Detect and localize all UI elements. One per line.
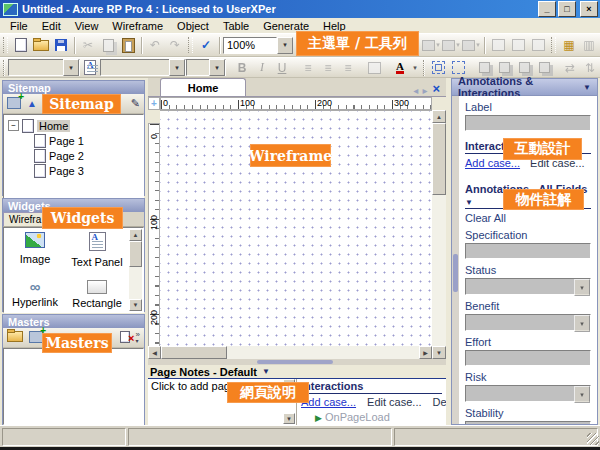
add-master-button[interactable] xyxy=(29,331,43,345)
insert-table-button[interactable]: ▦ xyxy=(559,36,579,55)
align-top-button[interactable] xyxy=(488,36,508,55)
add-case-link[interactable]: Add case... xyxy=(301,396,356,408)
select-dropdown-button[interactable]: ▾ xyxy=(574,386,590,403)
select-dropdown-button[interactable]: ▾ xyxy=(574,315,590,332)
font-color-dropdown[interactable]: ▾ xyxy=(410,58,420,77)
open-button[interactable] xyxy=(31,36,51,55)
font-family-combobox[interactable]: ▾ xyxy=(8,59,80,76)
scrollbar-thumb[interactable] xyxy=(161,346,227,359)
style-dropdown-button[interactable]: ▾ xyxy=(169,59,185,76)
effort-input[interactable] xyxy=(465,350,591,366)
widget-hyperlink[interactable]: ∞ Hyperlink xyxy=(4,280,66,309)
zoom-dropdown-button[interactable]: ▾ xyxy=(277,37,293,54)
spellcheck-button[interactable]: ✓ xyxy=(196,36,216,55)
widget-text-panel[interactable]: Text Panel xyxy=(66,232,128,268)
group-button[interactable] xyxy=(428,58,448,77)
redo-button[interactable]: ↷ xyxy=(165,36,185,55)
align-right-button[interactable]: ≡ xyxy=(338,58,358,77)
size-combobox[interactable]: ▾ xyxy=(186,59,226,76)
size-dropdown-button[interactable]: ▾ xyxy=(209,59,225,76)
masters-list[interactable] xyxy=(3,348,144,425)
scroll-up-button[interactable]: ▲ xyxy=(432,110,446,123)
undo-button[interactable]: ↶ xyxy=(145,36,165,55)
toolbar-grip[interactable] xyxy=(423,60,425,76)
menu-table[interactable]: Table xyxy=(216,19,256,33)
open-master-button[interactable] xyxy=(7,331,23,344)
merge-cells-button[interactable]: ▥ xyxy=(579,36,599,55)
clear-all-link[interactable]: Clear All xyxy=(465,212,591,224)
tree-item-home[interactable]: − Home xyxy=(8,118,139,133)
canvas-vertical-scrollbar[interactable]: ▲ ▼ xyxy=(432,110,446,359)
edit-page-button[interactable]: ✎ xyxy=(131,97,140,110)
add-page-button[interactable] xyxy=(7,97,21,111)
new-button[interactable] xyxy=(11,36,31,55)
widget-rectangle[interactable]: Rectangle xyxy=(66,280,128,309)
widget-image[interactable]: Image xyxy=(4,232,66,268)
line-style-dropdown[interactable]: ▾ xyxy=(441,36,461,55)
menu-object[interactable]: Object xyxy=(170,19,216,33)
italic-button[interactable]: I xyxy=(252,58,272,77)
tree-item-page3[interactable]: Page 3 xyxy=(8,163,139,178)
masters-panel-header[interactable]: Masters xyxy=(3,315,144,328)
panel-left-scrollbar[interactable] xyxy=(452,96,459,424)
scroll-down-button[interactable]: ▼ xyxy=(432,346,446,359)
tab-wireframe-widgets[interactable]: Wirefra xyxy=(3,212,47,226)
window-resize-grip[interactable] xyxy=(587,433,599,445)
benefit-select[interactable]: ▾ xyxy=(465,314,591,331)
underline-button[interactable]: U xyxy=(272,58,292,77)
annotations-panel-header[interactable]: Annotations & Interactions ▼ xyxy=(451,78,598,96)
delete-master-button[interactable] xyxy=(120,331,130,345)
tree-item-page1[interactable]: Page 1 xyxy=(8,133,139,148)
align-middle-button[interactable] xyxy=(508,36,528,55)
align-bottom-button[interactable] xyxy=(528,36,548,55)
scrollbar-thumb[interactable] xyxy=(453,254,458,292)
scroll-down-button[interactable]: ▼ xyxy=(129,299,142,311)
collapse-icon[interactable]: − xyxy=(8,120,19,131)
page-notes-header[interactable]: Page Notes - Default ▼ xyxy=(148,365,446,379)
event-row[interactable]: ▶ OnPageLoad xyxy=(301,411,442,423)
toolbar-grip[interactable] xyxy=(3,37,8,53)
bold-button[interactable]: B xyxy=(232,58,252,77)
copy-button[interactable] xyxy=(98,36,118,55)
font-color-button[interactable]: A xyxy=(390,58,410,77)
fill-style-dropdown[interactable]: ▾ xyxy=(421,36,441,55)
minimize-button[interactable]: _ xyxy=(538,1,556,17)
scrollbar-thumb[interactable] xyxy=(129,241,142,267)
tab-close-button[interactable]: × xyxy=(429,81,446,96)
toolbar-grip[interactable] xyxy=(188,37,193,53)
scroll-down-button[interactable]: ▼ xyxy=(283,413,295,424)
font-size-button[interactable] xyxy=(80,58,100,77)
risk-select[interactable]: ▾ xyxy=(465,385,591,402)
scrollbar-thumb[interactable] xyxy=(432,123,446,195)
align-center-button[interactable]: ≡ xyxy=(318,58,338,77)
maximize-button[interactable]: □ xyxy=(558,1,576,17)
font-dropdown-button[interactable]: ▾ xyxy=(63,59,79,76)
toolbar-grip[interactable] xyxy=(3,60,5,76)
save-button[interactable] xyxy=(51,36,71,55)
align-left-button[interactable]: ≡ xyxy=(298,58,318,77)
scroll-left-button[interactable]: ◀ xyxy=(148,346,161,359)
scroll-right-button[interactable]: ▶ xyxy=(419,346,432,359)
specification-input[interactable] xyxy=(465,243,591,259)
delete-case-link[interactable]: Delete ca xyxy=(433,396,446,408)
zoom-combobox[interactable]: 100% xyxy=(223,37,277,54)
tab-prev-button[interactable]: ◂ xyxy=(411,85,420,96)
tab-next-button[interactable]: ▸ xyxy=(420,85,429,96)
canvas-horizontal-scrollbar[interactable]: ◀ ▶ xyxy=(148,346,432,359)
label-field-input[interactable] xyxy=(465,115,591,131)
sitemap-panel-header[interactable]: Sitemap xyxy=(3,81,144,94)
tab-home[interactable]: Home xyxy=(160,78,246,96)
close-button[interactable]: × xyxy=(580,1,598,17)
title-bar[interactable]: Untitled - Axure RP Pro 4 : Licensed to … xyxy=(0,0,600,18)
tree-item-page2[interactable]: Page 2 xyxy=(8,148,139,163)
status-select[interactable]: ▾ xyxy=(465,278,591,295)
menu-wireframe[interactable]: Wireframe xyxy=(105,19,170,33)
panel-overflow-button[interactable]: » ▾ xyxy=(136,332,140,344)
menu-view[interactable]: View xyxy=(68,19,106,33)
widgets-scrollbar[interactable]: ▲ ▼ xyxy=(129,229,142,311)
move-up-button[interactable]: ▲ xyxy=(27,98,37,109)
paste-button[interactable] xyxy=(118,36,138,55)
scroll-up-button[interactable]: ▲ xyxy=(129,229,142,241)
arrow-style-dropdown[interactable]: ▾ xyxy=(461,36,481,55)
bullet-list-button[interactable] xyxy=(364,58,384,77)
